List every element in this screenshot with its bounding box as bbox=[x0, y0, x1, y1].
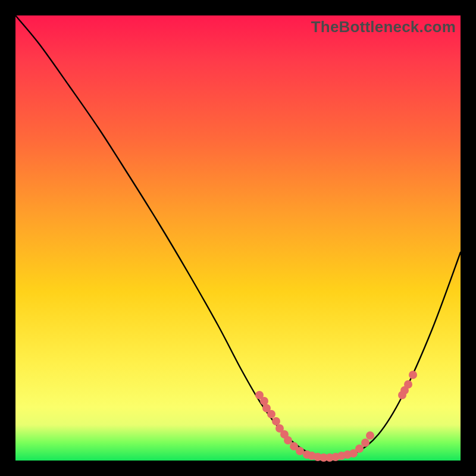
bottleneck-curve bbox=[15, 15, 461, 457]
highlight-dot bbox=[409, 371, 417, 379]
highlight-dot bbox=[296, 447, 304, 455]
highlight-dot bbox=[284, 436, 292, 444]
highlight-dot bbox=[355, 444, 364, 453]
curve-layer bbox=[15, 15, 461, 461]
highlight-dot bbox=[361, 439, 369, 447]
highlight-dot bbox=[272, 417, 280, 425]
highlight-dot bbox=[404, 380, 412, 389]
highlight-dots bbox=[255, 371, 417, 462]
highlight-dot bbox=[366, 431, 374, 440]
chart-frame: TheBottleneck.com bbox=[15, 15, 461, 461]
highlight-dot bbox=[260, 397, 268, 405]
watermark-text: TheBottleneck.com bbox=[311, 18, 456, 36]
highlight-dot bbox=[267, 410, 275, 418]
